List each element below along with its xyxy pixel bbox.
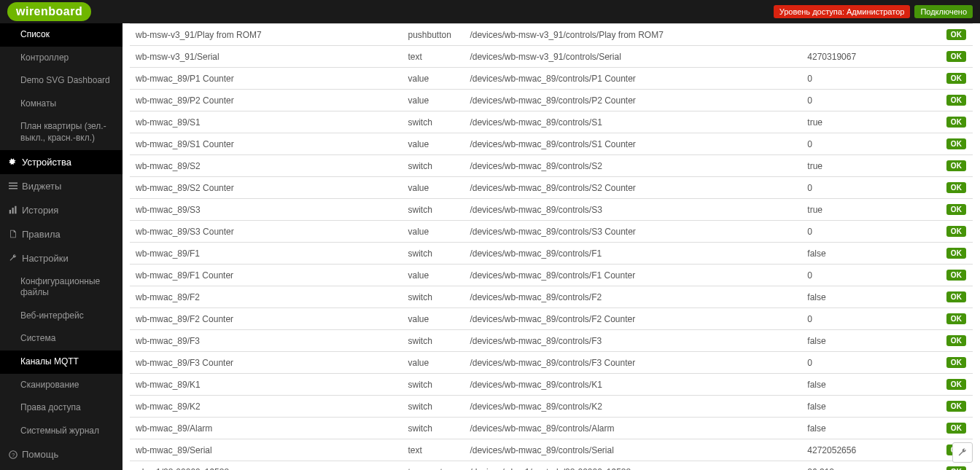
channel-type: switch [402, 330, 464, 352]
sidebar-sub-settings-1[interactable]: Веб-интерфейс [0, 305, 122, 328]
sidebar-label-history: История [22, 205, 58, 216]
sidebar: СписокКонтроллерDemo SVG DashboardКомнат… [0, 23, 122, 470]
channel-value: 4270319067 [801, 46, 939, 68]
channel-topic: /devices/wb-mwac_89/controls/F1 [464, 243, 801, 265]
status-badge: OK [946, 379, 966, 390]
channel-type: value [402, 133, 464, 155]
table-row: wb-mwac_89/F3 Countervalue/devices/wb-mw… [130, 352, 973, 374]
sidebar-label-widgets: Виджеты [22, 181, 61, 192]
channel-value [801, 24, 939, 46]
channel-value: 0 [801, 308, 939, 330]
channel-type: value [402, 90, 464, 111]
sidebar-item-help[interactable]: ? Помощь [0, 442, 122, 466]
channel-value: true [801, 111, 939, 133]
table-row: wb-mwac_89/F2switch/devices/wb-mwac_89/c… [130, 286, 973, 308]
channel-type: text [402, 439, 464, 461]
svg-rect-5 [15, 206, 16, 214]
channel-topic: /devices/wb-msw-v3_91/controls/Serial [464, 46, 801, 68]
sidebar-item-rules[interactable]: Правила [0, 222, 122, 246]
status-badge: OK [946, 51, 966, 62]
channel-type: pushbutton [402, 24, 464, 46]
sidebar-sub-dash-1[interactable]: Контроллер [0, 47, 122, 70]
channel-status: OK [940, 396, 973, 418]
status-badge: OK [946, 313, 966, 324]
status-badge: OK [946, 29, 966, 40]
channel-name: wb-msw-v3_91/Play from ROM7 [130, 24, 402, 46]
sidebar-sub-settings-2[interactable]: Система [0, 327, 122, 350]
table-row: wb-mwac_89/P2 Countervalue/devices/wb-mw… [130, 90, 973, 111]
wrench-icon [957, 447, 968, 458]
channel-value: 0 [801, 265, 939, 286]
status-badge: OK [946, 466, 966, 470]
gear-icon [9, 157, 18, 166]
channel-type: switch [402, 243, 464, 265]
channel-topic: /devices/wb-msw-v3_91/controls/Play from… [464, 24, 801, 46]
sidebar-item-widgets[interactable]: Виджеты [0, 174, 122, 198]
sidebar-sub-dash-0[interactable]: Список [0, 23, 122, 47]
channel-topic: /devices/wb-mwac_89/controls/S3 [464, 199, 801, 221]
channel-name: wb-mwac_89/F2 Counter [130, 308, 402, 330]
channel-topic: /devices/wb-mwac_89/controls/S1 [464, 111, 801, 133]
channel-value: false [801, 396, 939, 418]
channel-name: wb-mwac_89/F2 [130, 286, 402, 308]
table-row: wb-mwac_89/F2 Countervalue/devices/wb-mw… [130, 308, 973, 330]
channel-topic: /devices/wb-mwac_89/controls/Alarm [464, 418, 801, 439]
sidebar-item-devices[interactable]: Устройства [0, 150, 122, 174]
channel-status: OK [940, 155, 973, 177]
sidebar-label-rules: Правила [22, 229, 61, 240]
channel-name: wb-mwac_89/S3 Counter [130, 221, 402, 243]
channel-status: OK [940, 68, 973, 90]
status-badge: OK [946, 401, 966, 412]
channel-value: 0 [801, 177, 939, 199]
channel-status: OK [940, 286, 973, 308]
sidebar-sub-dash-2[interactable]: Demo SVG Dashboard [0, 69, 122, 93]
sidebar-sub-settings-5[interactable]: Права доступа [0, 396, 122, 420]
channel-topic: /devices/wb-mwac_89/controls/P2 Counter [464, 90, 801, 111]
status-badge: OK [946, 73, 966, 84]
sidebar-item-settings[interactable]: Настройки [0, 246, 122, 270]
sidebar-sub-settings-4[interactable]: Сканирование [0, 374, 122, 397]
mqtt-channels-table: wb-msw-v3_91/Play from ROM7pushbutton/de… [130, 23, 973, 470]
status-badge: OK [946, 160, 966, 171]
channel-topic: /devices/wb-mwac_89/controls/S3 Counter [464, 221, 801, 243]
channel-status: OK [940, 308, 973, 330]
channel-status: OK [940, 265, 973, 286]
channel-value: 4272052656 [801, 439, 939, 461]
chart-icon [9, 205, 18, 214]
channel-type: switch [402, 396, 464, 418]
channel-name: wb-mwac_89/P1 Counter [130, 68, 402, 90]
channel-type: switch [402, 155, 464, 177]
channel-name: wb-mwac_89/P2 Counter [130, 90, 402, 111]
channel-type: switch [402, 199, 464, 221]
svg-rect-4 [12, 208, 14, 214]
table-row: wb-mwac_89/S3 Countervalue/devices/wb-mw… [130, 221, 973, 243]
connection-badge: Подключено [914, 5, 973, 18]
sidebar-sub-settings-6[interactable]: Системный журнал [0, 420, 122, 443]
sidebar-item-history[interactable]: История [0, 198, 122, 222]
wrench-button[interactable] [952, 442, 973, 463]
table-row: wb-mwac_89/F1switch/devices/wb-mwac_89/c… [130, 243, 973, 265]
sidebar-sub-dash-3[interactable]: Комнаты [0, 93, 122, 116]
channel-value: 26.312 [801, 461, 939, 471]
channel-value: false [801, 374, 939, 396]
table-row: wb-w1/28-00000c19588ctemperature/devices… [130, 461, 973, 471]
channel-status: OK [940, 352, 973, 374]
channel-name: wb-mwac_89/S1 Counter [130, 133, 402, 155]
sidebar-sub-dash-4[interactable]: План квартиры (зел.-выкл., красн.-вкл.) [0, 115, 122, 149]
channel-status: OK [940, 111, 973, 133]
sidebar-sub-settings-3[interactable]: Каналы MQTT [0, 350, 122, 374]
topbar: wirenboard Уровень доступа: Администрато… [0, 0, 980, 23]
sidebar-sub-settings-0[interactable]: Конфигурационные файлы [0, 270, 122, 305]
table-row: wb-mwac_89/P1 Countervalue/devices/wb-mw… [130, 68, 973, 90]
channel-topic: /devices/wb-mwac_89/controls/K2 [464, 396, 801, 418]
access-level-badge[interactable]: Уровень доступа: Администратор [774, 5, 911, 18]
channel-value: false [801, 286, 939, 308]
status-badge: OK [946, 182, 966, 193]
channel-value: 0 [801, 221, 939, 243]
channel-name: wb-mwac_89/S2 Counter [130, 177, 402, 199]
channel-value: 0 [801, 133, 939, 155]
channel-status: OK [940, 374, 973, 396]
channel-status: OK [940, 24, 973, 46]
channel-status: OK [940, 221, 973, 243]
channel-status: OK [940, 243, 973, 265]
